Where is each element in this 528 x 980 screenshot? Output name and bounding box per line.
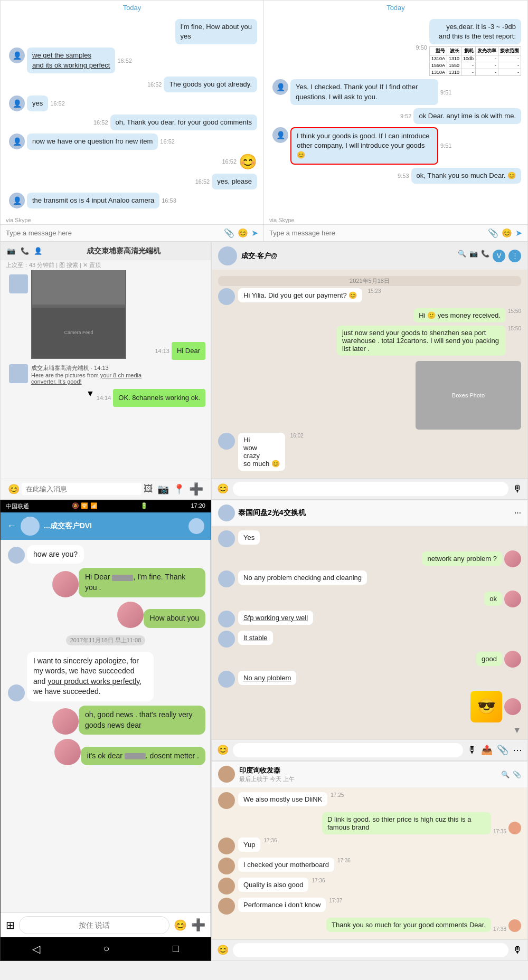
photo-icon[interactable]: 📷 [157,483,169,495]
send-icon[interactable]: ➤ [251,228,258,238]
add-icon[interactable]: ➕ [191,918,205,932]
wechat-sub: 上次至：43 分钟前 | 图 搜索 | ✕ 置顶 [1,260,211,270]
attachment-icon[interactable]: 📎 [488,228,498,238]
wechat-input-bar[interactable]: 😊 🖼 📷 📍 ➕ [1,479,211,499]
msg-row: 👤 Yes. I checked. Thank you! If I find o… [270,79,521,104]
wa-input[interactable] [233,482,508,496]
image-icon[interactable]: 🖼 [144,483,153,494]
chat-input-area[interactable]: 📎 😊 ➤ [1,224,263,241]
emoji-icon[interactable]: 😊 [174,919,187,931]
pc-msg-row: No any problem checking and cleaning [218,570,521,587]
chat-input[interactable] [6,229,221,237]
mic-icon[interactable]: 🎙 [467,745,477,756]
wa-msg-row: just now send your goods to shenzhen sea… [218,326,521,356]
user-photo [54,739,81,765]
back-button[interactable]: ← [7,520,16,531]
timestamp: 16:02 [290,433,304,439]
chat-title: ...成交客户DVI [44,521,184,531]
search-icon[interactable]: 🔍 [458,250,466,262]
keyboard-icon[interactable]: ⊞ [6,919,15,931]
mobile-msg-row: oh, good news . that's really very goods… [6,706,205,735]
br-bubble: I checked your motherboard [238,858,334,872]
chat-input[interactable] [269,229,485,237]
right-skype-chat: Today yes,dear. it is -3 ~ -9dband this … [264,0,528,242]
more-icon[interactable]: ⋯ [513,744,522,756]
attach-icon[interactable]: 📎 [513,770,521,778]
wechat-input[interactable] [22,483,142,495]
add-icon[interactable]: ➕ [189,482,203,496]
timestamp: 16:52 [160,138,175,145]
msg-row: 👤 now we have one question fro new item … [7,134,257,149]
br-input[interactable] [233,943,508,957]
avatar [218,433,235,450]
mic-icon[interactable]: 🎙 [513,483,522,494]
wechat-left-panel: 📷 📞 👤 成交束埔寨高清光端机 上次至：43 分钟前 | 图 搜索 | ✕ 置… [0,242,211,500]
timestamp: 16:52 [50,100,65,107]
pc-input[interactable] [233,743,463,757]
emoji-icon[interactable]: 😊 [502,228,512,238]
via-label: via Skype [1,216,263,224]
pc-msg-row: Sfp working very well [218,611,521,627]
wa-msg-row: Hi 🙂 yes money received. 15:50 [218,308,521,322]
video-icon[interactable]: 📷 [469,250,478,262]
location-icon[interactable]: 📍 [173,483,185,495]
send-icon[interactable]: 📤 [481,744,493,756]
wa-bubble: Hi Yilia. Did you get our payment? 😊 [238,288,362,302]
phone-icon[interactable]: 📞 [481,250,489,262]
test-report-table: 型号波长损耗发光功率接收范围 1310A131010db-- 1550A1550… [429,46,521,76]
mobile-msg-row: how are you? [6,545,205,564]
recents-button[interactable]: □ [173,943,179,955]
emoji-icon[interactable]: 😊 [217,744,229,756]
timestamp: 15:50 [508,326,521,356]
mic-icon[interactable]: 🎙 [513,945,522,956]
time-label: 17:20 [191,502,205,510]
wa-messages: 2021年5月18日 Hi Yilia. Did you get our pay… [212,270,527,478]
attach-icon[interactable]: 📎 [497,744,508,756]
emoji-icon[interactable]: 😊 [238,228,248,238]
wechat-msg-row: 成交束埔寨高清光端机 · 14:13 Here are the pictures… [6,364,205,385]
mobile-input-area[interactable]: ⊞ 😊 ➕ [1,912,211,937]
timestamp: 17:35 [493,829,506,834]
emoji-icon[interactable]: 😊 [8,483,20,495]
avatar [8,684,25,701]
avatar: 👤 [9,47,25,63]
mobile-bubble: I want to sincerely apologize, for my wo… [27,652,154,701]
msg-row: 😊 16:52 [7,153,257,170]
timestamp: 15:23 [367,288,381,294]
back-nav-button[interactable]: ◁ [32,943,40,955]
home-button[interactable]: ○ [103,943,109,955]
right-stacked-panels: 泰国间盘2光4交换机 ⋯ Yes network any problem ? [211,500,528,961]
menu-icon[interactable]: V [493,250,505,262]
mobile-bubble: How about you [144,609,205,628]
emoji-icon[interactable]: 😊 [217,944,229,956]
bubble: the transmit os is 4 input Analoo camera [27,193,159,208]
br-avatar [218,766,235,783]
pc-input-bar[interactable]: 😊 🎙 📤 📎 ⋯ [212,739,527,760]
mobile-msg-row: How about you [6,602,205,628]
br-input-bar[interactable]: 😊 🎙 [212,939,527,960]
status-icons: 🔕 🛜 📶 [72,502,97,510]
avatar [218,570,235,587]
chat-input-area[interactable]: 📎 😊 ➤ [264,224,527,241]
mobile-header: ← ...成交客户DVI [1,512,211,540]
br-bubble: Thank you so much for your good comments… [326,918,491,932]
call-icon[interactable]: 📞 [21,247,29,255]
emoji-icon[interactable]: 😊 [217,483,229,494]
attachment-icon[interactable]: 📎 [224,228,234,238]
wechat-msg-row: OK. 8channels working ok. 14:14 ▼ [6,389,205,407]
user-avatar [504,591,521,607]
user-photo [117,602,144,628]
search-icon[interactable]: 🔍 [501,770,510,778]
camera-icon[interactable]: 📷 [7,247,15,255]
more-icon[interactable]: ⋯ [514,509,521,517]
scroll-indicator[interactable]: ▼ [218,726,521,735]
bubble: yes, please [212,174,257,189]
more-icon[interactable]: ⋮ [508,250,521,262]
mobile-input[interactable] [19,916,169,934]
send-icon[interactable]: ➤ [515,228,522,238]
avatar [218,671,235,688]
user-icon[interactable]: 👤 [34,247,42,255]
wa-input-bar[interactable]: 😊 🎙 [212,478,527,499]
mobile-panel: 中国联通 🔕 🛜 📶 🔋 17:20 ← ...成交客户DVI how are … [0,500,211,961]
avatar [218,631,235,648]
